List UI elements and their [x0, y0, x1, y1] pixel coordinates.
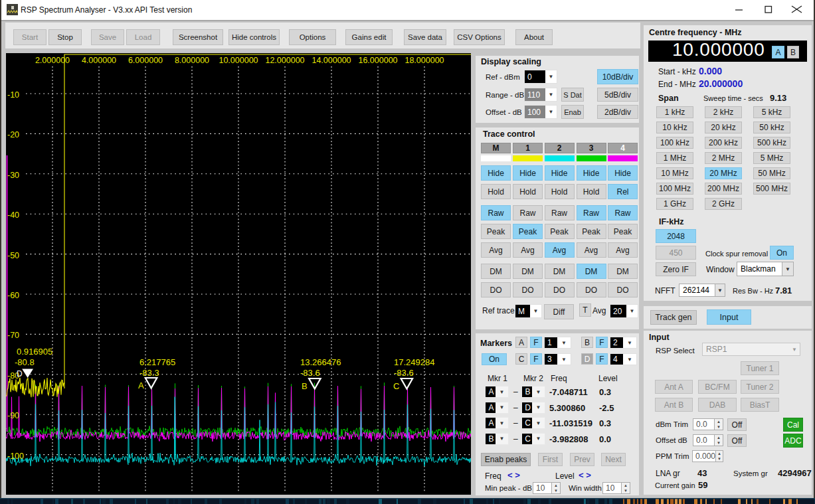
svg-text:-83.6: -83.6 [394, 368, 414, 378]
svg-text:-70: -70 [7, 331, 19, 340]
svg-text:8.000000: 8.000000 [175, 56, 209, 65]
svg-text:14.000000: 14.000000 [312, 56, 351, 65]
svg-text:4.000000: 4.000000 [82, 56, 116, 65]
svg-text:B: B [302, 381, 308, 391]
svg-text:-30: -30 [7, 171, 19, 180]
svg-text:6.000000: 6.000000 [128, 56, 163, 65]
svg-text:-83.3: -83.3 [139, 368, 159, 378]
svg-text:10.000000: 10.000000 [219, 56, 258, 65]
svg-text:12.000000: 12.000000 [265, 56, 304, 65]
svg-text:-83.6: -83.6 [300, 368, 320, 378]
svg-text:-60: -60 [7, 291, 19, 300]
svg-text:-90: -90 [7, 411, 19, 420]
svg-text:6.217765: 6.217765 [139, 357, 175, 367]
svg-text:-10: -10 [7, 90, 19, 100]
svg-text:D: D [17, 369, 23, 378]
svg-text:13.266476: 13.266476 [300, 357, 341, 367]
svg-text:17.249284: 17.249284 [394, 357, 434, 367]
svg-text:-50: -50 [7, 251, 19, 260]
svg-text:C: C [393, 381, 399, 391]
svg-text:-80.8: -80.8 [15, 357, 35, 367]
svg-text:16.000000: 16.000000 [358, 56, 397, 65]
svg-text:18.000000: 18.000000 [405, 56, 444, 65]
svg-text:-20: -20 [7, 130, 19, 139]
svg-text:0.916905: 0.916905 [17, 347, 52, 357]
svg-text:2.000000: 2.000000 [35, 56, 70, 65]
svg-text:-100: -100 [7, 452, 24, 461]
svg-text:A: A [138, 380, 144, 390]
svg-text:-40: -40 [7, 210, 19, 220]
